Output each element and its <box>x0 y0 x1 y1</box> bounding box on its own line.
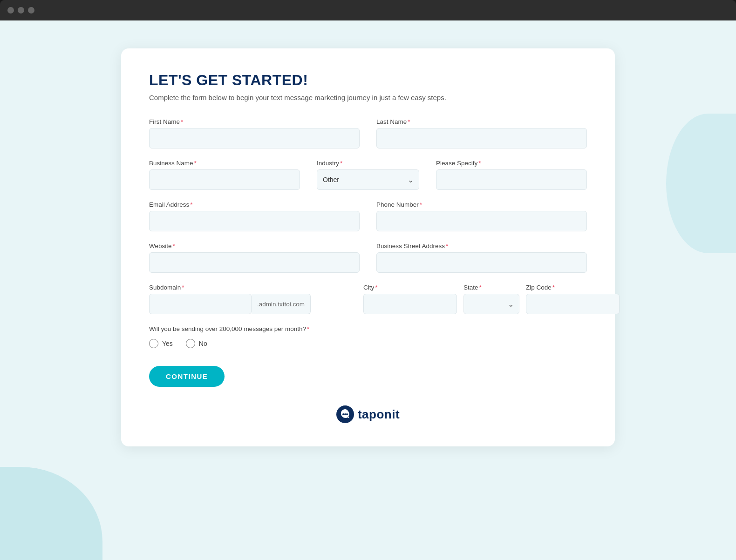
state-label: State* <box>463 284 519 291</box>
city-required: * <box>375 284 377 291</box>
industry-label: Industry* <box>317 160 419 167</box>
business-name-required: * <box>194 160 197 167</box>
browser-titlebar <box>0 0 736 20</box>
please-specify-label: Please Specify* <box>436 160 587 167</box>
state-select-wrapper: AL AK AZ CA CO FL GA NY TX <box>463 294 519 314</box>
zip-label: Zip Code* <box>526 284 620 291</box>
please-specify-input[interactable] <box>436 169 587 190</box>
industry-select-wrapper: Other Retail Healthcare Education Financ… <box>317 169 419 190</box>
location-group: City* State* AL <box>363 284 587 314</box>
form-row-contact: Email Address* Phone Number* <box>149 201 587 231</box>
form-row-subdomain-location: Subdomain* .admin.txttoi.com City* <box>149 284 587 314</box>
please-specify-required: * <box>478 160 481 167</box>
subdomain-input-row: .admin.txttoi.com <box>149 294 347 314</box>
email-label: Email Address* <box>149 201 360 208</box>
state-group: State* AL AK AZ CA CO FL <box>463 284 519 314</box>
radio-yes-label[interactable]: Yes <box>149 339 173 348</box>
brand-logo-icon <box>336 405 354 423</box>
city-group: City* <box>363 284 457 314</box>
first-name-label: First Name* <box>149 118 360 125</box>
form-row-web-address: Website* Business Street Address* <box>149 243 587 273</box>
svg-point-1 <box>342 413 344 415</box>
form-row-business: Business Name* Industry* Other Retail He… <box>149 160 587 190</box>
last-name-label: Last Name* <box>376 118 587 125</box>
subdomain-input[interactable] <box>149 294 252 314</box>
subdomain-suffix: .admin.txttoi.com <box>252 294 311 314</box>
browser-window: LET'S GET STARTED! Complete the form bel… <box>0 0 736 560</box>
website-input[interactable] <box>149 252 360 273</box>
business-name-label: Business Name* <box>149 160 300 167</box>
browser-dot-close <box>7 7 14 13</box>
zip-input[interactable] <box>526 294 620 314</box>
phone-label: Phone Number* <box>376 201 587 208</box>
phone-input[interactable] <box>376 211 587 231</box>
website-required: * <box>173 243 175 250</box>
city-input[interactable] <box>363 294 457 314</box>
phone-group: Phone Number* <box>376 201 587 231</box>
browser-dot-maximize <box>28 7 34 13</box>
form-title: LET'S GET STARTED! <box>149 72 587 89</box>
phone-required: * <box>420 201 422 208</box>
zip-required: * <box>552 284 555 291</box>
last-name-group: Last Name* <box>376 118 587 148</box>
street-required: * <box>446 243 448 250</box>
browser-content: LET'S GET STARTED! Complete the form bel… <box>0 20 736 560</box>
city-label: City* <box>363 284 457 291</box>
svg-point-2 <box>344 413 346 415</box>
state-required: * <box>479 284 482 291</box>
bg-decoration-left <box>0 467 102 560</box>
business-name-group: Business Name* <box>149 160 300 190</box>
subdomain-group: Subdomain* .admin.txttoi.com <box>149 284 347 314</box>
radio-yes-input[interactable] <box>149 339 158 348</box>
state-select[interactable]: AL AK AZ CA CO FL GA NY TX <box>463 294 519 314</box>
last-name-input[interactable] <box>376 128 587 148</box>
street-address-group: Business Street Address* <box>376 243 587 273</box>
browser-dot-minimize <box>18 7 24 13</box>
email-required: * <box>190 201 192 208</box>
form-card: LET'S GET STARTED! Complete the form bel… <box>121 48 615 446</box>
radio-options: Yes No <box>149 339 587 351</box>
zip-group: Zip Code* <box>526 284 620 314</box>
form-row-names: First Name* Last Name* <box>149 118 587 148</box>
form-subtitle: Complete the form below to begin your te… <box>149 94 587 101</box>
industry-required: * <box>340 160 342 167</box>
website-label: Website* <box>149 243 360 250</box>
bg-decoration-right <box>666 114 736 253</box>
messages-required: * <box>307 325 309 332</box>
email-input[interactable] <box>149 211 360 231</box>
subdomain-required: * <box>182 284 184 291</box>
business-name-input[interactable] <box>149 169 300 190</box>
radio-no-text: No <box>199 340 207 347</box>
radio-no-input[interactable] <box>186 339 195 348</box>
first-name-input[interactable] <box>149 128 360 148</box>
email-group: Email Address* <box>149 201 360 231</box>
street-address-input[interactable] <box>376 252 587 273</box>
industry-select[interactable]: Other Retail Healthcare Education Financ… <box>317 169 419 190</box>
radio-no-label[interactable]: No <box>186 339 207 348</box>
first-name-group: First Name* <box>149 118 360 148</box>
svg-point-3 <box>346 413 348 415</box>
subdomain-label: Subdomain* <box>149 284 347 291</box>
website-group: Website* <box>149 243 360 273</box>
industry-group: Industry* Other Retail Healthcare Educat… <box>317 160 419 190</box>
messages-question-group: Will you be sending over 200,000 message… <box>149 325 587 351</box>
please-specify-group: Please Specify* <box>436 160 587 190</box>
first-name-required: * <box>181 118 183 125</box>
last-name-required: * <box>408 118 410 125</box>
street-address-label: Business Street Address* <box>376 243 587 250</box>
radio-yes-text: Yes <box>162 340 173 347</box>
brand-name: taponit <box>358 407 400 422</box>
messages-question: Will you be sending over 200,000 message… <box>149 325 587 332</box>
brand-footer: taponit <box>149 405 587 423</box>
continue-button[interactable]: CONTINUE <box>149 366 225 387</box>
